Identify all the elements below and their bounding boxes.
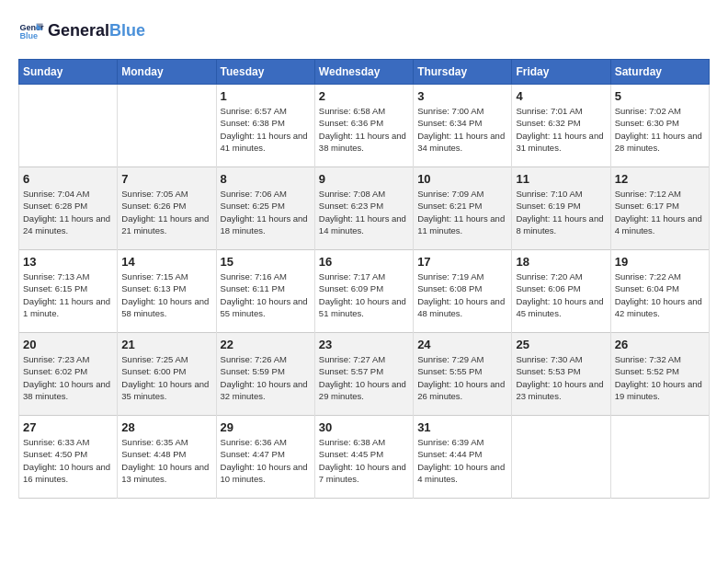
- calendar-cell: 7Sunrise: 7:05 AM Sunset: 6:26 PM Daylig…: [118, 167, 216, 250]
- calendar-cell: [118, 85, 216, 167]
- calendar-cell: 28Sunrise: 6:35 AM Sunset: 4:48 PM Dayli…: [118, 416, 216, 499]
- calendar-cell: 25Sunrise: 7:30 AM Sunset: 5:53 PM Dayli…: [512, 333, 610, 416]
- day-number: 8: [221, 172, 311, 186]
- day-info: Sunrise: 7:17 AM Sunset: 6:09 PM Dayligh…: [319, 270, 409, 319]
- day-info: Sunrise: 7:04 AM Sunset: 6:28 PM Dayligh…: [23, 188, 113, 236]
- calendar-cell: 31Sunrise: 6:39 AM Sunset: 4:44 PM Dayli…: [414, 416, 512, 499]
- day-info: Sunrise: 7:23 AM Sunset: 6:02 PM Dayligh…: [23, 353, 113, 402]
- weekday-header: Wednesday: [314, 60, 413, 85]
- day-info: Sunrise: 7:25 AM Sunset: 6:00 PM Dayligh…: [121, 353, 211, 402]
- day-info: Sunrise: 7:26 AM Sunset: 5:59 PM Dayligh…: [221, 353, 311, 402]
- day-number: 9: [319, 172, 409, 186]
- calendar-cell: [610, 416, 709, 499]
- calendar-cell: 3Sunrise: 7:00 AM Sunset: 6:34 PM Daylig…: [414, 85, 512, 167]
- day-info: Sunrise: 7:13 AM Sunset: 6:15 PM Dayligh…: [23, 270, 113, 319]
- day-info: Sunrise: 7:27 AM Sunset: 5:57 PM Dayligh…: [319, 353, 409, 402]
- day-number: 18: [516, 255, 606, 269]
- day-info: Sunrise: 7:15 AM Sunset: 6:13 PM Dayligh…: [121, 270, 211, 319]
- calendar-cell: 24Sunrise: 7:29 AM Sunset: 5:55 PM Dayli…: [414, 333, 512, 416]
- calendar-table: SundayMondayTuesdayWednesdayThursdayFrid…: [18, 59, 710, 499]
- calendar-cell: 19Sunrise: 7:22 AM Sunset: 6:04 PM Dayli…: [610, 250, 709, 333]
- calendar-cell: 18Sunrise: 7:20 AM Sunset: 6:06 PM Dayli…: [512, 250, 610, 333]
- day-number: 12: [615, 172, 705, 186]
- day-number: 4: [516, 89, 606, 103]
- day-number: 11: [516, 172, 606, 186]
- calendar-header-row: SundayMondayTuesdayWednesdayThursdayFrid…: [19, 60, 710, 85]
- svg-text:Blue: Blue: [19, 31, 38, 40]
- calendar-cell: 14Sunrise: 7:15 AM Sunset: 6:13 PM Dayli…: [118, 250, 216, 333]
- calendar-cell: 8Sunrise: 7:06 AM Sunset: 6:25 PM Daylig…: [216, 167, 314, 250]
- calendar-cell: 16Sunrise: 7:17 AM Sunset: 6:09 PM Dayli…: [314, 250, 413, 333]
- page-header: General Blue GeneralBlue: [18, 18, 710, 44]
- day-info: Sunrise: 7:09 AM Sunset: 6:21 PM Dayligh…: [417, 188, 507, 236]
- weekday-header: Friday: [512, 60, 610, 85]
- calendar-week-row: 1Sunrise: 6:57 AM Sunset: 6:38 PM Daylig…: [19, 85, 710, 167]
- day-number: 6: [23, 172, 113, 186]
- calendar-week-row: 6Sunrise: 7:04 AM Sunset: 6:28 PM Daylig…: [19, 167, 710, 250]
- weekday-header: Sunday: [19, 60, 118, 85]
- day-info: Sunrise: 7:19 AM Sunset: 6:08 PM Dayligh…: [417, 270, 507, 319]
- day-info: Sunrise: 6:39 AM Sunset: 4:44 PM Dayligh…: [417, 436, 507, 485]
- calendar-cell: 5Sunrise: 7:02 AM Sunset: 6:30 PM Daylig…: [610, 85, 709, 167]
- calendar-cell: [19, 85, 118, 167]
- day-number: 26: [615, 338, 705, 351]
- calendar-cell: 21Sunrise: 7:25 AM Sunset: 6:00 PM Dayli…: [118, 333, 216, 416]
- day-info: Sunrise: 7:22 AM Sunset: 6:04 PM Dayligh…: [615, 270, 705, 319]
- day-number: 3: [417, 89, 507, 103]
- calendar-cell: 10Sunrise: 7:09 AM Sunset: 6:21 PM Dayli…: [414, 167, 512, 250]
- calendar-cell: 2Sunrise: 6:58 AM Sunset: 6:36 PM Daylig…: [314, 85, 413, 167]
- day-number: 28: [121, 420, 211, 434]
- weekday-header: Saturday: [610, 60, 709, 85]
- weekday-header: Thursday: [414, 60, 512, 85]
- day-number: 2: [319, 89, 409, 103]
- day-info: Sunrise: 6:58 AM Sunset: 6:36 PM Dayligh…: [319, 105, 409, 154]
- weekday-header: Tuesday: [216, 60, 314, 85]
- calendar-cell: 9Sunrise: 7:08 AM Sunset: 6:23 PM Daylig…: [314, 167, 413, 250]
- logo-text: GeneralBlue: [48, 22, 145, 40]
- calendar-week-row: 20Sunrise: 7:23 AM Sunset: 6:02 PM Dayli…: [19, 333, 710, 416]
- calendar-cell: 6Sunrise: 7:04 AM Sunset: 6:28 PM Daylig…: [19, 167, 118, 250]
- calendar-cell: 12Sunrise: 7:12 AM Sunset: 6:17 PM Dayli…: [610, 167, 709, 250]
- day-info: Sunrise: 7:02 AM Sunset: 6:30 PM Dayligh…: [615, 105, 705, 154]
- day-number: 29: [221, 420, 311, 434]
- logo-icon: General Blue: [18, 18, 44, 44]
- day-info: Sunrise: 7:10 AM Sunset: 6:19 PM Dayligh…: [516, 188, 606, 236]
- day-info: Sunrise: 7:01 AM Sunset: 6:32 PM Dayligh…: [516, 105, 606, 154]
- day-number: 30: [319, 420, 409, 434]
- logo: General Blue GeneralBlue: [18, 18, 145, 44]
- day-number: 21: [121, 338, 211, 351]
- day-number: 13: [23, 255, 113, 269]
- calendar-cell: 23Sunrise: 7:27 AM Sunset: 5:57 PM Dayli…: [314, 333, 413, 416]
- day-number: 22: [221, 338, 311, 351]
- day-number: 5: [615, 89, 705, 103]
- day-info: Sunrise: 7:32 AM Sunset: 5:52 PM Dayligh…: [615, 353, 705, 402]
- calendar-cell: 22Sunrise: 7:26 AM Sunset: 5:59 PM Dayli…: [216, 333, 314, 416]
- day-number: 23: [319, 338, 409, 351]
- day-number: 15: [221, 255, 311, 269]
- calendar-cell: 30Sunrise: 6:38 AM Sunset: 4:45 PM Dayli…: [314, 416, 413, 499]
- calendar-cell: 4Sunrise: 7:01 AM Sunset: 6:32 PM Daylig…: [512, 85, 610, 167]
- day-info: Sunrise: 7:05 AM Sunset: 6:26 PM Dayligh…: [121, 188, 211, 236]
- calendar-cell: 29Sunrise: 6:36 AM Sunset: 4:47 PM Dayli…: [216, 416, 314, 499]
- calendar-week-row: 13Sunrise: 7:13 AM Sunset: 6:15 PM Dayli…: [19, 250, 710, 333]
- day-number: 27: [23, 420, 113, 434]
- calendar-cell: 11Sunrise: 7:10 AM Sunset: 6:19 PM Dayli…: [512, 167, 610, 250]
- day-number: 24: [417, 338, 507, 351]
- weekday-header: Monday: [118, 60, 216, 85]
- day-info: Sunrise: 7:08 AM Sunset: 6:23 PM Dayligh…: [319, 188, 409, 236]
- day-info: Sunrise: 6:35 AM Sunset: 4:48 PM Dayligh…: [121, 436, 211, 485]
- day-info: Sunrise: 7:30 AM Sunset: 5:53 PM Dayligh…: [516, 353, 606, 402]
- day-number: 10: [417, 172, 507, 186]
- calendar-cell: 20Sunrise: 7:23 AM Sunset: 6:02 PM Dayli…: [19, 333, 118, 416]
- day-number: 19: [615, 255, 705, 269]
- calendar-cell: 1Sunrise: 6:57 AM Sunset: 6:38 PM Daylig…: [216, 85, 314, 167]
- day-info: Sunrise: 7:00 AM Sunset: 6:34 PM Dayligh…: [417, 105, 507, 154]
- calendar-cell: 15Sunrise: 7:16 AM Sunset: 6:11 PM Dayli…: [216, 250, 314, 333]
- calendar-cell: 13Sunrise: 7:13 AM Sunset: 6:15 PM Dayli…: [19, 250, 118, 333]
- day-info: Sunrise: 7:29 AM Sunset: 5:55 PM Dayligh…: [417, 353, 507, 402]
- day-info: Sunrise: 6:33 AM Sunset: 4:50 PM Dayligh…: [23, 436, 113, 485]
- day-number: 17: [417, 255, 507, 269]
- calendar-week-row: 27Sunrise: 6:33 AM Sunset: 4:50 PM Dayli…: [19, 416, 710, 499]
- calendar-cell: 26Sunrise: 7:32 AM Sunset: 5:52 PM Dayli…: [610, 333, 709, 416]
- day-number: 7: [121, 172, 211, 186]
